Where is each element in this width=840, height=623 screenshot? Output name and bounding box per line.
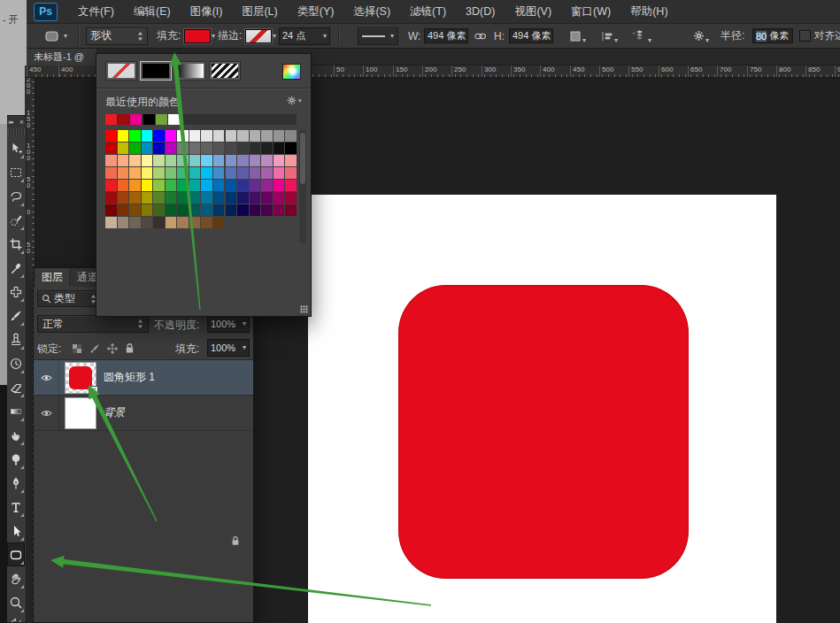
healing-brush-tool[interactable] (7, 280, 25, 304)
color-swatch[interactable] (261, 167, 273, 179)
toolbar-grip[interactable] (8, 128, 25, 135)
eyedropper-tool[interactable] (7, 256, 25, 280)
color-swatch[interactable] (237, 167, 249, 179)
zoom-tool[interactable] (7, 590, 25, 614)
color-swatch[interactable] (118, 167, 129, 179)
color-swatch[interactable] (250, 192, 261, 204)
color-swatch[interactable] (105, 130, 117, 142)
color-swatch[interactable] (153, 167, 165, 179)
layer-thumbnail[interactable] (65, 362, 96, 394)
color-swatch[interactable] (274, 167, 285, 179)
shape-settings-button[interactable]: ▾ (692, 24, 709, 48)
color-swatch[interactable] (142, 192, 153, 204)
color-swatch[interactable] (153, 155, 165, 166)
color-swatch[interactable] (226, 192, 237, 204)
color-swatch[interactable] (142, 180, 153, 191)
color-swatch[interactable] (201, 192, 212, 204)
color-swatch[interactable] (213, 217, 225, 228)
color-swatch[interactable] (166, 217, 177, 228)
color-swatch[interactable] (105, 167, 117, 179)
color-swatch[interactable] (153, 204, 165, 216)
crop-tool[interactable] (7, 232, 25, 256)
lasso-tool[interactable] (7, 184, 25, 208)
path-arrange-button[interactable]: ▾ (632, 24, 651, 48)
menu-item-3[interactable]: 图像(I) (181, 0, 233, 23)
fill-pattern-button[interactable] (209, 61, 241, 81)
color-swatch[interactable] (250, 204, 261, 216)
layer-filter-select[interactable]: 类型 (37, 290, 101, 307)
color-swatch[interactable] (201, 167, 212, 179)
color-swatch[interactable] (237, 204, 249, 216)
menu-item-8[interactable]: 3D(D) (456, 0, 505, 23)
color-swatch[interactable] (177, 155, 189, 166)
height-field[interactable]: 494 像素 (509, 24, 553, 48)
recent-swatch[interactable] (130, 114, 142, 125)
move-tool[interactable] (7, 136, 25, 160)
color-swatch[interactable] (213, 204, 225, 216)
color-swatch[interactable] (274, 155, 285, 166)
opacity-field[interactable]: 100% ▾ (207, 315, 250, 333)
color-swatch[interactable] (250, 155, 261, 166)
color-swatch[interactable] (274, 204, 285, 216)
color-swatch[interactable] (189, 204, 201, 216)
color-swatch[interactable] (226, 155, 237, 166)
menu-item-2[interactable]: 编辑(E) (124, 0, 181, 23)
color-swatch[interactable] (153, 192, 165, 204)
lock-position-icon[interactable] (106, 342, 119, 355)
color-swatch[interactable] (153, 180, 165, 191)
color-swatch[interactable] (105, 155, 117, 166)
color-swatch[interactable] (261, 142, 273, 154)
color-swatch[interactable] (201, 204, 212, 216)
radius-field[interactable]: 80 像素 (752, 24, 793, 48)
document-tab[interactable]: 未标题-1 @ (27, 49, 97, 65)
color-swatch[interactable] (237, 192, 249, 204)
color-swatch[interactable] (142, 142, 153, 154)
color-swatch[interactable] (153, 142, 165, 154)
recent-swatch[interactable] (168, 114, 180, 125)
color-swatch[interactable] (189, 180, 201, 191)
color-swatch[interactable] (274, 142, 285, 154)
color-swatch[interactable] (177, 130, 189, 142)
recent-swatch[interactable] (105, 114, 117, 125)
path-operations-button[interactable]: ▾ (568, 24, 586, 48)
color-swatch[interactable] (261, 204, 273, 216)
color-swatch[interactable] (274, 180, 285, 191)
layer-visibility-toggle[interactable] (34, 396, 59, 431)
path-alignment-button[interactable]: ▾ (600, 24, 618, 48)
color-swatch[interactable] (201, 155, 212, 166)
color-swatch[interactable] (166, 130, 177, 142)
color-swatch[interactable] (274, 130, 285, 142)
color-swatch[interactable] (237, 130, 249, 142)
color-swatch[interactable] (166, 192, 177, 204)
color-swatch[interactable] (201, 130, 212, 142)
color-swatch[interactable] (285, 167, 297, 179)
link-dimensions-button[interactable] (474, 24, 487, 48)
color-swatch[interactable] (177, 192, 189, 204)
color-swatch[interactable] (142, 130, 153, 142)
red-rounded-rectangle-shape[interactable] (398, 285, 689, 579)
color-swatch[interactable] (118, 192, 129, 204)
color-swatch[interactable] (250, 180, 261, 191)
menu-item-5[interactable]: 类型(Y) (288, 0, 344, 23)
rounded-rectangle-tool[interactable] (7, 542, 25, 566)
width-field[interactable]: 494 像素 (424, 24, 468, 48)
color-swatch[interactable] (189, 155, 201, 166)
fill-solid-button[interactable] (140, 61, 172, 81)
color-swatch[interactable] (226, 142, 237, 154)
color-swatch[interactable] (118, 155, 129, 166)
color-swatch[interactable] (105, 204, 117, 216)
color-swatch[interactable] (189, 192, 201, 204)
color-swatch[interactable] (189, 217, 201, 228)
path-selection-tool[interactable] (7, 519, 25, 542)
color-swatch[interactable] (177, 204, 189, 216)
layer-row-background[interactable]: 背景 (34, 396, 253, 431)
color-swatch[interactable] (189, 167, 201, 179)
fill-gradient-button[interactable] (174, 61, 206, 81)
color-swatch[interactable] (118, 180, 129, 191)
color-swatch[interactable] (213, 155, 225, 166)
color-swatch[interactable] (213, 180, 225, 191)
type-tool[interactable] (7, 495, 25, 519)
lock-pixels-icon[interactable] (89, 342, 101, 355)
lock-all-icon[interactable] (124, 342, 135, 355)
color-swatch[interactable] (177, 180, 189, 191)
